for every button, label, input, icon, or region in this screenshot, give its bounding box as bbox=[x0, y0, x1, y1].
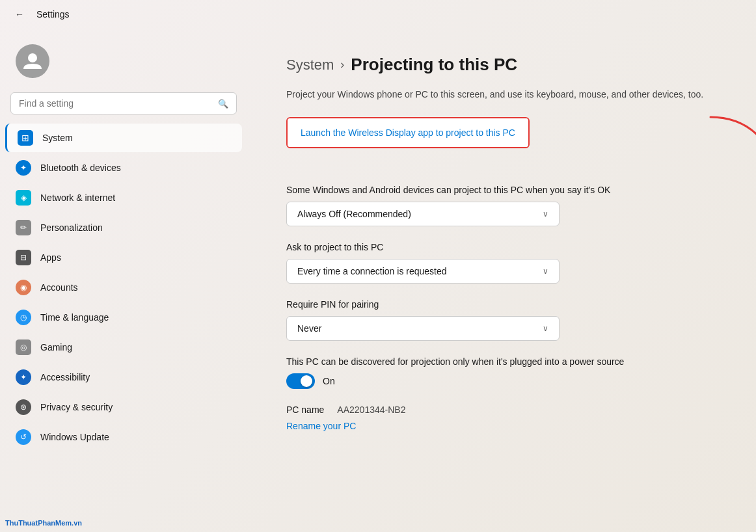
sidebar-item-network[interactable]: ◈ Network & internet bbox=[5, 183, 242, 212]
sidebar-item-label: Windows Update bbox=[40, 432, 109, 442]
personalization-icon: ✏ bbox=[16, 220, 31, 235]
search-box[interactable]: 🔍 bbox=[10, 92, 237, 114]
app-title: Settings bbox=[36, 9, 70, 20]
sidebar-item-label: Gaming bbox=[40, 342, 72, 352]
time-icon: ◷ bbox=[16, 310, 31, 325]
dropdown3-arrow-icon: ∨ bbox=[543, 324, 548, 333]
gaming-icon: ◎ bbox=[16, 339, 31, 355]
dropdown2-arrow-icon: ∨ bbox=[543, 267, 548, 276]
sidebar-item-update[interactable]: ↺ Windows Update bbox=[5, 423, 242, 451]
ask-to-project-label: Ask to project to this PC bbox=[286, 242, 717, 252]
toggle-knob bbox=[301, 375, 312, 387]
launch-button-container: Launch the Wireless Display app to proje… bbox=[286, 117, 530, 148]
apps-icon: ⊟ bbox=[16, 250, 31, 265]
breadcrumb-arrow: › bbox=[340, 58, 344, 72]
page-description: Project your Windows phone or PC to this… bbox=[286, 88, 717, 101]
sidebar-item-label: Accessibility bbox=[40, 372, 90, 382]
search-input[interactable] bbox=[19, 98, 213, 109]
sidebar-item-label: Privacy & security bbox=[40, 402, 113, 412]
power-source-toggle[interactable] bbox=[286, 373, 315, 389]
sidebar-item-personalization[interactable]: ✏ Personalization bbox=[5, 213, 242, 242]
watermark-text: ThuThuatPhanMem.vn bbox=[5, 519, 82, 527]
user-profile bbox=[5, 39, 242, 91]
sidebar-item-label: Accounts bbox=[40, 282, 78, 293]
sidebar-item-time[interactable]: ◷ Time & language bbox=[5, 303, 242, 332]
ask-project-dropdown-value: Every time a connection is requested bbox=[297, 266, 447, 276]
availability-dropdown-value: Always Off (Recommended) bbox=[297, 209, 411, 219]
accounts-icon: ◉ bbox=[16, 280, 31, 295]
dropdown1-arrow-icon: ∨ bbox=[543, 209, 548, 219]
title-bar: ← Settings bbox=[0, 0, 756, 29]
power-source-label: This PC can be discovered for projection… bbox=[286, 356, 717, 367]
some-windows-label: Some Windows and Android devices can pro… bbox=[286, 185, 717, 195]
sidebar-item-accounts[interactable]: ◉ Accounts bbox=[5, 273, 242, 302]
sidebar-item-accessibility[interactable]: ✦ Accessibility bbox=[5, 363, 242, 392]
pc-name-label: PC name bbox=[286, 405, 324, 415]
power-source-toggle-row: On bbox=[286, 373, 717, 389]
update-icon: ↺ bbox=[16, 429, 31, 445]
sidebar-item-privacy[interactable]: ⊛ Privacy & security bbox=[5, 393, 242, 421]
toggle-label: On bbox=[323, 376, 335, 386]
sidebar-item-label: Personalization bbox=[40, 222, 103, 233]
require-pin-label: Require PIN for pairing bbox=[286, 299, 717, 310]
breadcrumb-parent: System bbox=[286, 57, 334, 73]
sidebar: 🔍 ⊞ System ✦ Bluetooth & devices ◈ Netwo… bbox=[0, 29, 247, 532]
content-area: System › Projecting to this PC Project y… bbox=[247, 29, 756, 532]
svg-point-0 bbox=[28, 53, 37, 62]
pin-dropdown[interactable]: Never ∨ bbox=[286, 316, 560, 341]
sidebar-item-bluetooth[interactable]: ✦ Bluetooth & devices bbox=[5, 153, 242, 182]
privacy-icon: ⊛ bbox=[16, 399, 31, 415]
rename-pc-link[interactable]: Rename your PC bbox=[286, 421, 356, 431]
network-icon: ◈ bbox=[16, 190, 31, 206]
sidebar-item-label: System bbox=[42, 133, 73, 143]
launch-button-label: Launch the Wireless Display app to proje… bbox=[301, 127, 515, 138]
sidebar-item-label: Network & internet bbox=[40, 193, 115, 203]
annotation-container: Launch the Wireless Display app to proje… bbox=[286, 117, 717, 166]
breadcrumb: System › Projecting to this PC bbox=[286, 55, 717, 75]
avatar bbox=[16, 44, 49, 78]
pc-name-row: PC name AA2201344-NB2 bbox=[286, 405, 717, 415]
sidebar-item-label: Apps bbox=[40, 252, 61, 263]
annotation-arrow bbox=[704, 111, 756, 189]
search-icon: 🔍 bbox=[218, 99, 228, 109]
accessibility-icon: ✦ bbox=[16, 369, 31, 385]
sidebar-item-label: Time & language bbox=[40, 312, 109, 323]
ask-project-dropdown[interactable]: Every time a connection is requested ∨ bbox=[286, 259, 560, 284]
sidebar-item-system[interactable]: ⊞ System bbox=[5, 124, 242, 152]
main-layout: 🔍 ⊞ System ✦ Bluetooth & devices ◈ Netwo… bbox=[0, 29, 756, 532]
bluetooth-icon: ✦ bbox=[16, 160, 31, 176]
back-button[interactable]: ← bbox=[10, 5, 29, 23]
breadcrumb-current: Projecting to this PC bbox=[351, 55, 517, 75]
sidebar-item-gaming[interactable]: ◎ Gaming bbox=[5, 333, 242, 362]
watermark: ThuThuatPhanMem.vn bbox=[5, 519, 82, 527]
pin-dropdown-value: Never bbox=[297, 323, 321, 334]
launch-wireless-display-button[interactable]: Launch the Wireless Display app to proje… bbox=[288, 118, 528, 147]
back-icon: ← bbox=[15, 9, 24, 20]
availability-dropdown[interactable]: Always Off (Recommended) ∨ bbox=[286, 202, 560, 226]
sidebar-item-label: Bluetooth & devices bbox=[40, 163, 121, 173]
sidebar-item-apps[interactable]: ⊟ Apps bbox=[5, 243, 242, 272]
system-icon: ⊞ bbox=[18, 130, 33, 146]
pc-name-value: AA2201344-NB2 bbox=[337, 405, 405, 415]
